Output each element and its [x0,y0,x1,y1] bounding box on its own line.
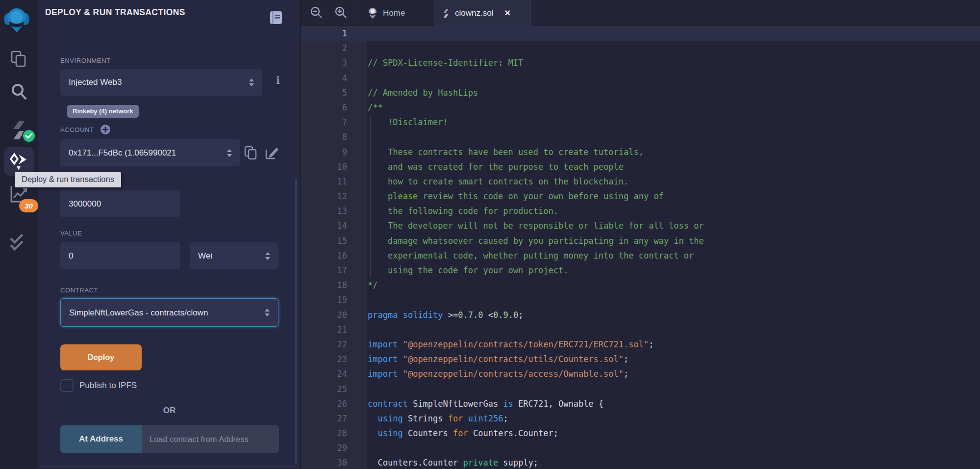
environment-select[interactable]: Injected Web3 [60,69,262,96]
code-text: the following code for production. [347,204,558,218]
code-text [347,26,368,41]
code-line: 17 using the code for your own project. [301,263,980,278]
indent-guide [370,115,371,278]
file-explorer-icon[interactable] [10,50,28,69]
line-number: 11 [301,174,347,189]
chevron-updown-icon [264,251,272,261]
publish-ipfs-checkbox[interactable] [60,379,74,392]
line-number: 15 [301,234,347,248]
value-input[interactable]: 0 [60,242,180,269]
line-number: 19 [301,292,347,307]
line-number: 7 [301,115,347,130]
code-line: 11 how to create smart contracts on the … [301,174,980,189]
code-lines: 123// SPDX-License-Identifier: MIT45// A… [301,26,980,469]
code-text: import "@openzeppelin/contracts/access/O… [347,366,628,381]
add-account-icon[interactable] [100,124,111,135]
line-number: 8 [301,130,347,144]
line-number: 5 [301,85,347,100]
code-line: 2 [301,41,980,55]
edit-account-icon[interactable] [265,146,279,160]
code-text: using Counters for Counters.Counter; [347,426,558,441]
deploy-button[interactable]: Deploy [60,344,142,370]
line-number: 20 [301,308,347,322]
tab-home[interactable]: Home [358,0,434,26]
value-unit-select[interactable]: Wei [190,242,278,269]
network-badge: Rinkeby (4) network [67,105,139,118]
zoom-out-icon[interactable] [310,6,323,19]
value-unit: Wei [198,251,212,261]
line-number: 2 [301,41,347,55]
zoom-in-icon[interactable] [334,6,347,19]
deploy-run-icon[interactable] [8,152,29,171]
code-text [347,441,368,455]
gas-limit-input[interactable]: 3000000 [60,190,180,217]
code-text: import "@openzeppelin/contracts/utils/Co… [347,352,628,366]
code-line: 16 experimental code, whether putting mo… [301,248,980,263]
search-icon[interactable] [10,82,28,101]
code-line: 12 please review this code on your own b… [301,189,980,204]
line-number: 27 [301,411,347,426]
chevron-updown-icon [226,148,233,158]
environment-info-icon[interactable]: i [273,75,283,86]
code-text: Counters.Counter private supply; [347,455,538,469]
code-editor[interactable]: 123// SPDX-License-Identifier: MIT45// A… [301,26,980,469]
tab-clownz-sol[interactable]: clownz.sol ✕ [434,0,531,26]
line-number: 29 [301,441,347,455]
unit-testing-icon[interactable] [9,233,28,254]
code-text: The developer will not be responsible or… [347,218,704,233]
code-line: 6/** [301,100,980,115]
code-line: 30 Counters.Counter private supply; [301,455,980,469]
close-tab-icon[interactable]: ✕ [504,8,510,18]
line-number: 18 [301,278,347,292]
editor-area: Home clownz.sol ✕ 123// SPDX-License-Ide… [301,0,980,469]
deploy-panel: DEPLOY & RUN TRANSACTIONS ENVIRONMENT In… [38,0,301,469]
panel-scrollbar[interactable] [295,179,297,464]
panel-bottom-divider [40,466,300,467]
contract-select[interactable]: SimpleNftLowerGas - contracts/clown [60,298,278,327]
code-line: 7 !Disclaimer! [301,115,980,130]
documentation-icon[interactable] [270,11,282,25]
contract-label: CONTRACT [60,287,98,294]
copy-account-icon[interactable] [244,146,257,160]
line-number: 26 [301,396,347,411]
code-text: and was created for the purpose to teach… [347,159,624,174]
deploy-run-tooltip: Deploy & run transactions [15,172,121,187]
account-select[interactable]: 0x171...F5dBc (1.065990021 [60,139,240,166]
remix-ide: 30 DEPLOY & RUN TRANSACTIONS ENVIRONMENT… [0,0,980,469]
code-text: damage whatsoever caused by you particip… [347,234,704,248]
code-text: using the code for your own project. [347,263,568,278]
code-line: 24import "@openzeppelin/contracts/access… [301,366,980,381]
environment-label: ENVIRONMENT [60,57,111,64]
code-text: */ [347,278,377,292]
tab-home-label: Home [383,8,405,18]
code-line: 28 using Counters for Counters.Counter; [301,426,980,441]
code-line: 8 [301,130,980,144]
code-line: 29 [301,441,980,455]
line-number: 30 [301,455,347,469]
code-line: 5// Amended by HashLips [301,85,980,100]
contract-value: SimpleNftLowerGas - contracts/clown [69,308,208,317]
code-text: experimental code, whether putting money… [347,248,694,263]
code-line: 25 [301,382,980,396]
code-line: 18*/ [301,278,980,292]
publish-ipfs-label: Publish to IPFS [79,381,137,391]
code-text [347,292,368,307]
code-line: 13 the following code for production. [301,204,980,218]
code-text [347,322,368,337]
statistics-count-badge: 30 [19,199,38,212]
remix-logo-icon[interactable] [3,6,30,33]
code-text: // Amended by HashLips [347,85,478,100]
at-address-input[interactable] [142,425,279,453]
panel-title: DEPLOY & RUN TRANSACTIONS [45,7,185,18]
code-text: please review this code on your own befo… [347,189,664,204]
code-line: 1 [301,26,980,41]
code-line: 19 [301,292,980,307]
code-text: using Strings for uint256; [347,411,508,426]
line-number: 3 [301,55,347,70]
at-address-button[interactable]: At Address [60,425,142,453]
line-number: 4 [301,71,347,85]
value-label: VALUE [60,230,82,237]
line-number: 9 [301,145,347,159]
line-number: 23 [301,352,347,366]
code-line: 4 [301,71,980,85]
